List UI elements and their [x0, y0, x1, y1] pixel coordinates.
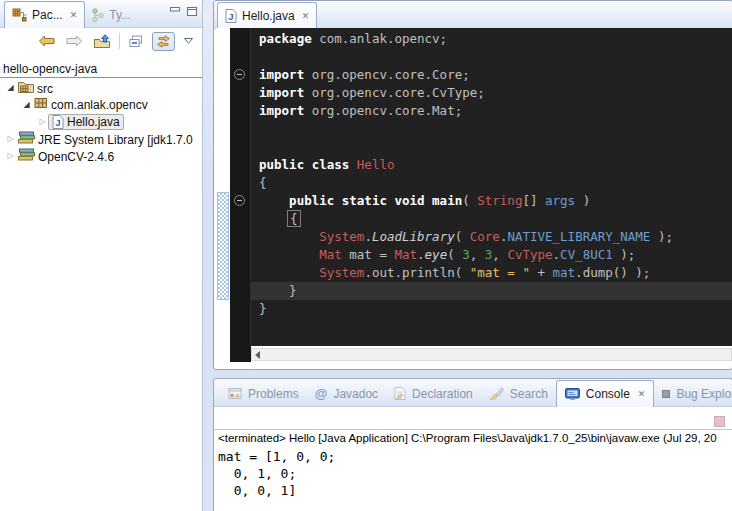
- tree-item-jre-system-library-jdk1.7.0[interactable]: ▷JRE System Library [jdk1.7.0: [0, 130, 202, 147]
- tab-declaration[interactable]: Declaration: [386, 381, 481, 406]
- tree-item-com.anlak.opencv[interactable]: ◢com.anlak.opencv: [0, 96, 202, 113]
- fold-collapse-icon[interactable]: [234, 69, 245, 80]
- close-tab-icon[interactable]: ✕: [300, 11, 310, 21]
- editor-tabbar: JHello.java✕: [214, 1, 732, 29]
- code-line[interactable]: import org.opencv.core.Core;: [259, 66, 732, 84]
- package-explorer-icon: [12, 8, 27, 22]
- tree-item-content: JRE System Library [jdk1.7.0: [16, 131, 193, 147]
- package-icon: [34, 97, 48, 109]
- maximize-view-button[interactable]: [187, 7, 197, 16]
- tree-collapsed-icon[interactable]: ▷: [5, 135, 16, 143]
- view-tab-pac[interactable]: Pac...✕: [4, 1, 85, 28]
- package-folder-icon: [18, 80, 34, 93]
- annotation-ruler[interactable]: [216, 28, 230, 346]
- horizontal-scrollbar[interactable]: [251, 348, 732, 361]
- tree-expanded-icon[interactable]: ◢: [5, 84, 16, 92]
- tab-label: Problems: [248, 387, 299, 401]
- tab-bug-explorer[interactable]: Bug Explorer: [654, 381, 732, 406]
- code-line[interactable]: }: [259, 300, 732, 318]
- code-line[interactable]: System.out.println( "mat = " + mat.dump(…: [259, 264, 732, 282]
- java-file-icon: J: [52, 115, 64, 129]
- range-indicator: [217, 192, 229, 300]
- view-tab-ty[interactable]: Ty...: [85, 2, 138, 27]
- tab-label: Hello.java: [242, 9, 295, 23]
- code-line[interactable]: {: [259, 174, 732, 192]
- tree-item-hello.java[interactable]: ▷JHello.java: [0, 113, 202, 130]
- tree-item-content: src: [16, 80, 53, 96]
- tab-problems[interactable]: Problems: [220, 381, 307, 406]
- tab-label: Declaration: [412, 387, 473, 401]
- tree-item-content: JHello.java: [48, 114, 124, 130]
- link-editor-button[interactable]: [152, 32, 175, 51]
- console-view: Problems@JavadocDeclarationSearchConsole…: [213, 378, 732, 511]
- close-tab-icon[interactable]: ✕: [636, 389, 646, 399]
- code-line[interactable]: [259, 48, 732, 66]
- svg-text:J: J: [228, 11, 233, 22]
- code-line[interactable]: System.LoadLibrary( Core.NATIVE_LIBRARY_…: [259, 228, 732, 246]
- tree-expanded-icon[interactable]: ◢: [21, 101, 32, 109]
- console-output[interactable]: mat = [1, 0, 0; 0, 1, 0; 0, 0, 1]: [218, 448, 335, 499]
- up-button[interactable]: [92, 32, 112, 50]
- minimize-view-button[interactable]: [170, 7, 180, 16]
- bottom-view-tabbar: Problems@JavadocDeclarationSearchConsole…: [214, 379, 732, 407]
- ruler-corner: [230, 346, 251, 362]
- code-line[interactable]: {: [259, 210, 732, 228]
- back-arrow-icon: [38, 35, 55, 47]
- code-line[interactable]: Mat mat = Mat.eye( 3, 3, CvType.CV_8UC1 …: [259, 246, 732, 264]
- code-line[interactable]: package com.anlak.opencv;: [259, 30, 732, 48]
- tree-collapsed-icon[interactable]: ▷: [5, 152, 16, 160]
- library-icon: [18, 148, 35, 161]
- code-line[interactable]: import org.opencv.core.CvType;: [259, 84, 732, 102]
- console-line: 0, 0, 1]: [218, 482, 335, 499]
- tab-console[interactable]: Console✕: [556, 380, 655, 407]
- code-line[interactable]: [259, 120, 732, 138]
- fold-ruler[interactable]: [230, 28, 251, 346]
- tab-label: Console: [586, 387, 630, 401]
- tree-item-label: com.anlak.opencv: [51, 98, 148, 112]
- tab-label: Pac...: [32, 8, 63, 22]
- back-button[interactable]: [36, 33, 57, 49]
- package-explorer-view: Pac...✕Ty... hello-opencv-java ◢src◢com.…: [0, 0, 203, 511]
- tree-collapsed-icon[interactable]: ▷: [37, 118, 48, 126]
- code-line[interactable]: public class Hello: [259, 156, 732, 174]
- console-line: 0, 1, 0;: [218, 465, 335, 482]
- code-line[interactable]: [259, 138, 732, 156]
- code-line[interactable]: public static void main( String[] args ): [259, 192, 732, 210]
- code-line-current[interactable]: }: [251, 282, 732, 300]
- library-icon: [18, 131, 35, 144]
- declaration-icon: [394, 387, 406, 400]
- tab-label: Bug Explorer: [676, 387, 732, 401]
- terminate-button[interactable]: [714, 416, 725, 427]
- tree-item-src[interactable]: ◢src: [0, 79, 202, 96]
- code-line[interactable]: import org.opencv.core.Mat;: [259, 102, 732, 120]
- tree-item-label: JRE System Library [jdk1.7.0: [38, 133, 193, 147]
- bug-square-icon: [662, 390, 670, 398]
- view-menu-button[interactable]: [182, 36, 195, 46]
- collapse-all-button[interactable]: [127, 33, 145, 50]
- tree-item-content: OpenCV-2.4.6: [16, 148, 114, 164]
- left-view-tabbar: Pac...✕Ty...: [0, 0, 202, 28]
- code-editor[interactable]: package com.anlak.opencv;import org.open…: [251, 28, 732, 346]
- fold-collapse-icon[interactable]: [234, 195, 245, 206]
- tab-label: Search: [510, 387, 548, 401]
- scroll-left-button[interactable]: [255, 351, 260, 359]
- tab-javadoc[interactable]: @Javadoc: [307, 381, 386, 406]
- console-icon: [565, 388, 580, 401]
- tree-item-project[interactable]: hello-opencv-java: [0, 61, 202, 78]
- svg-text:J: J: [55, 117, 60, 128]
- collapse-all-icon: [129, 35, 143, 48]
- editor-area: JHello.java✕ package com.anlak.opencv;im…: [213, 0, 732, 370]
- tab-label: Javadoc: [333, 387, 378, 401]
- link-editor-icon: [156, 35, 171, 48]
- project-label: hello-opencv-java: [3, 62, 97, 76]
- tab-label: Ty...: [109, 8, 131, 22]
- editor-tab-hello-java[interactable]: JHello.java✕: [217, 2, 317, 29]
- javadoc-icon: @: [315, 387, 328, 400]
- tree-item-label: Hello.java: [67, 115, 120, 129]
- forward-button[interactable]: [64, 33, 85, 49]
- chevron-down-icon: [184, 38, 193, 44]
- tab-search[interactable]: Search: [481, 381, 556, 406]
- problems-icon: [228, 387, 242, 400]
- tree-item-opencv-2.4.6[interactable]: ▷OpenCV-2.4.6: [0, 147, 202, 164]
- close-tab-icon[interactable]: ✕: [68, 10, 78, 20]
